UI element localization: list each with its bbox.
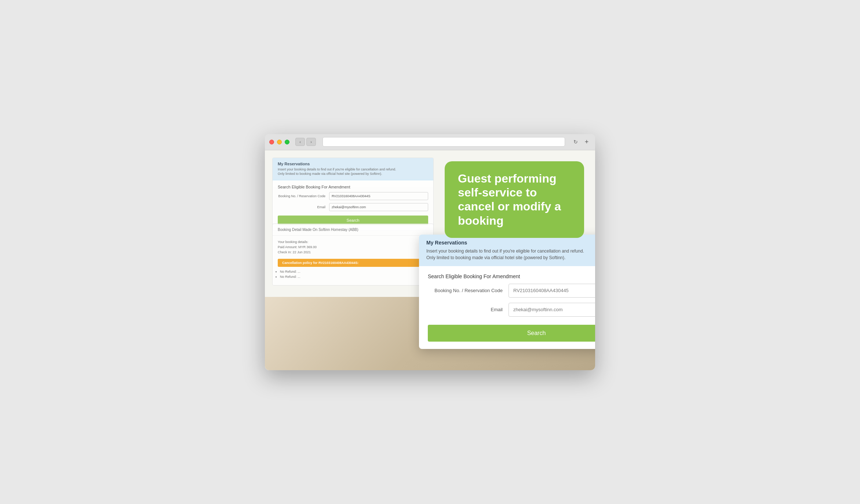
bg-banner-title: My Reservations — [278, 162, 428, 166]
bg-policy-list: No Refund: ... No Refund: ... — [273, 270, 433, 285]
modal-search-button[interactable]: Search — [428, 325, 595, 342]
address-bar[interactable] — [322, 137, 565, 147]
browser-content: My Reservations Insert your booking deta… — [265, 150, 595, 370]
bg-banner-text-2: Only limited to booking made via officia… — [278, 172, 428, 176]
mac-window: ‹ › ↻ + My Reservations Insert your book… — [265, 134, 595, 370]
tooltip-bubble: Guest performing self-service to cancel … — [445, 161, 584, 238]
bg-section-title: Search Eligible Booking For Amendment — [273, 180, 433, 192]
bg-booking-label: Booking No. / Reservation Code — [278, 194, 329, 198]
bg-cancellation-banner: Cancellation policy for RV2103160408AA43… — [278, 259, 428, 267]
modal-email-label: Email — [428, 307, 509, 312]
titlebar: ‹ › ↻ + — [265, 134, 595, 150]
new-tab-button[interactable]: + — [583, 138, 591, 146]
modal-booking-row: Booking No. / Reservation Code — [428, 284, 595, 298]
modal-banner-title: My Reservations — [426, 240, 595, 246]
modal-info-banner: My Reservations Insert your booking deta… — [419, 235, 595, 266]
bg-policy-item-1: No Refund: ... — [280, 270, 428, 273]
bg-policy-item-2: No Refund: ... — [280, 275, 428, 279]
modal-banner-text-2: Only limited to booking made via officia… — [426, 254, 595, 261]
close-button[interactable] — [269, 140, 274, 144]
bg-booking-details: Your booking details: Paid Amount: MYR 3… — [273, 236, 433, 259]
modal-email-row: Email — [428, 303, 595, 317]
modal-form: Booking No. / Reservation Code Email Sea… — [419, 284, 595, 349]
tooltip-text: Guest performing self-service to cancel … — [458, 172, 571, 228]
bg-banner-text-1: Insert your booking details to find out … — [278, 167, 428, 172]
nav-buttons: ‹ › — [295, 138, 316, 146]
forward-button[interactable]: › — [306, 138, 316, 146]
modal-booking-input[interactable] — [509, 284, 595, 298]
bg-booking-details-label: Your booking details: — [278, 239, 428, 244]
bg-info-banner: My Reservations Insert your booking deta… — [273, 158, 433, 180]
back-button[interactable]: ‹ — [295, 138, 305, 146]
bg-paid-amount: Paid Amount: MYR 369.00 — [278, 244, 428, 250]
bg-email-input[interactable] — [329, 203, 428, 211]
refresh-button[interactable]: ↻ — [572, 138, 580, 146]
modal-card: My Reservations Insert your booking deta… — [419, 235, 595, 349]
bg-email-label: Email — [278, 205, 329, 209]
bg-booking-header: Booking Detail Made On Softinn Homestay … — [273, 224, 433, 236]
modal-booking-label: Booking No. / Reservation Code — [428, 288, 509, 293]
modal-section-title: Search Eligible Booking For Amendment — [419, 266, 595, 284]
minimize-button[interactable] — [277, 140, 282, 144]
background-page: My Reservations Insert your booking deta… — [272, 158, 434, 231]
bg-booking-input[interactable] — [329, 192, 428, 200]
modal-email-input[interactable] — [509, 303, 595, 317]
bg-booking-section: Booking Detail Made On Softinn Homestay … — [272, 224, 434, 286]
modal-banner-text-1: Insert your booking details to find out … — [426, 248, 595, 254]
maximize-button[interactable] — [285, 140, 289, 144]
bg-checkin: Check In: 22 Jun 2021 — [278, 250, 428, 255]
